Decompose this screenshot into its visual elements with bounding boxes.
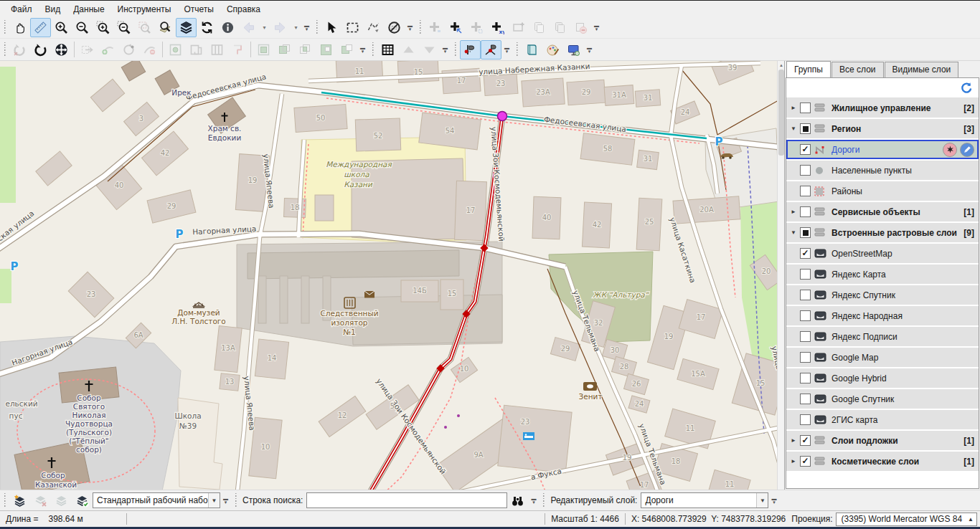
refresh-layers-icon[interactable] xyxy=(960,82,973,95)
notebook-icon[interactable] xyxy=(522,40,542,59)
select-rectangle-icon[interactable] xyxy=(342,18,363,37)
toolbar-overflow[interactable]: ▬▾ xyxy=(593,19,600,37)
map-info-icon[interactable] xyxy=(217,18,238,37)
layer-row-yandex-public[interactable]: Яндекс Народная xyxy=(786,306,979,325)
expander-icon[interactable]: ▼ xyxy=(791,229,800,236)
zoom-to-selected-icon[interactable] xyxy=(134,18,155,37)
projection-select[interactable]: (3395) World Mercator WGS 84 ▲ xyxy=(836,513,977,526)
toolbar-overflow[interactable]: ▬▾ xyxy=(441,41,449,59)
layer-group-cosmetic[interactable]: ► Косметические слои [1] xyxy=(786,452,979,471)
toolbar-overflow[interactable]: ▬▾ xyxy=(303,19,311,37)
clear-selection-icon[interactable] xyxy=(384,18,405,37)
undo-icon[interactable] xyxy=(9,40,30,59)
snap-to-edge-icon[interactable] xyxy=(460,40,481,59)
poly-symdiff-icon[interactable] xyxy=(336,40,357,59)
dropdown-arrow-icon[interactable]: ▼ xyxy=(208,493,220,507)
layer-checkbox[interactable] xyxy=(800,103,811,113)
toolbar-grip[interactable] xyxy=(516,42,519,57)
menu-file[interactable]: Файл xyxy=(4,3,39,16)
layer-checkbox[interactable] xyxy=(800,373,811,383)
layer-group-region[interactable]: ▼ Регион [3] xyxy=(786,119,979,138)
toolbar-overflow[interactable]: ▬▾ xyxy=(585,41,593,59)
scroll-thumb[interactable] xyxy=(778,70,784,156)
layer-checkbox[interactable] xyxy=(800,206,811,217)
media-monitor-icon[interactable] xyxy=(563,40,584,59)
toolbar-grip[interactable] xyxy=(372,42,375,57)
layer-group-builtin-rasters[interactable]: ▼ Встроенные растровые слои [9] xyxy=(786,223,979,242)
expander-icon[interactable]: ► xyxy=(791,458,800,464)
layers-icon[interactable] xyxy=(176,18,197,37)
nav-forward-dropdown[interactable]: ▾ xyxy=(291,18,301,37)
add-object-cursor-icon[interactable] xyxy=(446,18,466,37)
poly-intersect-icon[interactable] xyxy=(295,40,316,59)
nav-forward-icon[interactable] xyxy=(270,18,291,37)
poly-cut-line-icon[interactable] xyxy=(227,40,248,59)
toolbar-overflow[interactable]: ▬▾ xyxy=(529,492,537,510)
workset-check-icon[interactable] xyxy=(72,491,93,510)
layer-row-settlements[interactable]: Населенные пункты xyxy=(786,161,979,180)
arc-direction-icon[interactable] xyxy=(118,40,139,59)
toolbar-overflow[interactable]: ▬▾ xyxy=(359,41,367,59)
layer-row-districts[interactable]: Районы xyxy=(786,181,979,201)
toolbar-overflow[interactable]: ▬▾ xyxy=(222,492,230,510)
layer-group-service[interactable]: ► Сервисные объекты [1] xyxy=(786,202,979,221)
poly-share-icon[interactable] xyxy=(186,40,207,59)
nav-back-icon[interactable] xyxy=(238,18,259,37)
layer-checkbox[interactable] xyxy=(800,248,811,259)
tab-groups[interactable]: Группы xyxy=(786,61,831,77)
nav-back-dropdown[interactable]: ▾ xyxy=(259,18,270,37)
map-svg[interactable]: Федосеевская улица Федосеевская улица ул… xyxy=(0,61,777,490)
layer-row-google-map[interactable]: Google Map xyxy=(786,348,979,367)
arc-remove-icon[interactable] xyxy=(139,40,160,59)
layer-checkbox[interactable] xyxy=(800,414,811,425)
add-rectangle-icon[interactable] xyxy=(508,18,529,37)
select-cursor-icon[interactable] xyxy=(321,18,342,37)
arc-add-icon[interactable] xyxy=(98,40,118,59)
toolbar-overflow[interactable]: ▬▾ xyxy=(770,492,778,510)
expander-icon[interactable]: ► xyxy=(791,437,800,444)
layer-checkbox[interactable] xyxy=(800,186,811,196)
layer-row-yandex-map[interactable]: Яндекс Карта xyxy=(786,264,979,284)
layer-row-yandex-satellite[interactable]: Яндекс Спутник xyxy=(786,285,979,305)
poly-subtract-icon[interactable] xyxy=(274,40,295,59)
layer-checkbox[interactable] xyxy=(800,310,811,321)
tab-all-layers[interactable]: Все слои xyxy=(831,62,884,77)
style-palette-icon[interactable] xyxy=(542,40,563,59)
editable-layer-select[interactable]: Дороги ▼ xyxy=(641,492,768,508)
menu-reports[interactable]: Отчеты xyxy=(177,3,220,16)
toolbar-grip[interactable] xyxy=(4,42,7,57)
expander-icon[interactable]: ▼ xyxy=(791,125,800,132)
layer-checkbox[interactable] xyxy=(800,123,811,134)
snap-layer-button[interactable] xyxy=(943,143,957,157)
add-by-xy-icon[interactable]: xy xyxy=(487,18,508,37)
layer-row-google-hybrid[interactable]: Google Hybrid xyxy=(786,368,979,388)
redo-rotate-icon[interactable] xyxy=(30,40,51,59)
toolbar-grip[interactable] xyxy=(419,20,423,34)
paste-object-icon[interactable] xyxy=(550,18,570,37)
toolbar-grip[interactable] xyxy=(4,20,7,34)
menu-view[interactable]: Вид xyxy=(39,3,67,16)
search-input[interactable] xyxy=(306,492,507,508)
layer-checkbox[interactable] xyxy=(800,352,811,363)
poly-add-icon[interactable] xyxy=(253,40,274,59)
layer-checkbox[interactable] xyxy=(800,435,811,446)
measure-ruler-icon[interactable] xyxy=(30,18,51,37)
zoom-in-box-icon[interactable] xyxy=(93,18,113,37)
search-binoculars-icon[interactable] xyxy=(507,491,528,510)
zoom-out-icon[interactable] xyxy=(72,18,93,37)
layer-checkbox[interactable] xyxy=(800,394,811,404)
layer-row-roads[interactable]: Дороги xyxy=(786,140,979,159)
layer-checkbox[interactable] xyxy=(800,290,811,300)
expander-icon[interactable]: ► xyxy=(791,209,800,215)
toolbar-grip[interactable] xyxy=(235,493,238,507)
layer-checkbox[interactable] xyxy=(800,269,811,280)
workspace-select[interactable]: Стандартный рабочий набор ▼ xyxy=(93,492,220,508)
layer-row-yandex-labels[interactable]: Яндекс Подписи xyxy=(786,327,979,346)
add-object-icon[interactable] xyxy=(425,18,446,37)
zoom-in-icon[interactable] xyxy=(51,18,72,37)
layer-group-housing[interactable]: ► Жилищное управление [2] xyxy=(786,98,979,118)
layer-checkbox[interactable] xyxy=(800,331,811,342)
workset-gray-icon[interactable] xyxy=(51,491,72,510)
move-object-icon[interactable] xyxy=(51,40,72,59)
layer-checkbox[interactable] xyxy=(800,456,811,467)
